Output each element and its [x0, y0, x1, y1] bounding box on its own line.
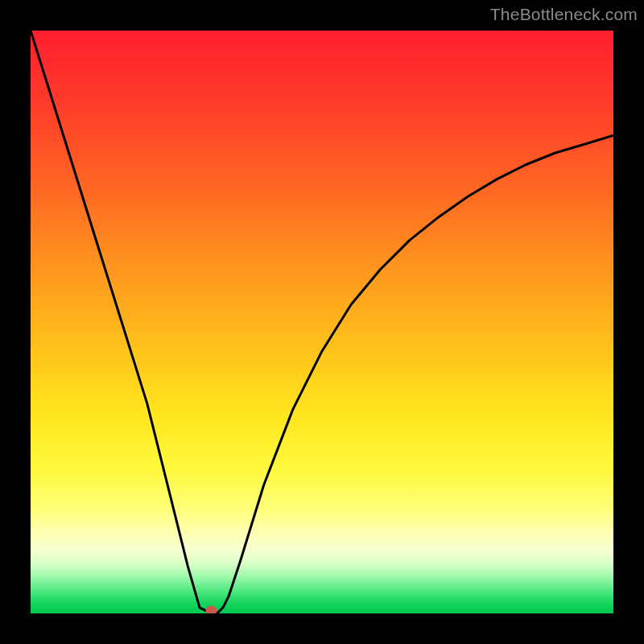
- watermark-text: TheBottleneck.com: [490, 5, 638, 24]
- plot-gradient-background: [31, 31, 613, 613]
- chart-frame: TheBottleneck.com: [0, 0, 644, 644]
